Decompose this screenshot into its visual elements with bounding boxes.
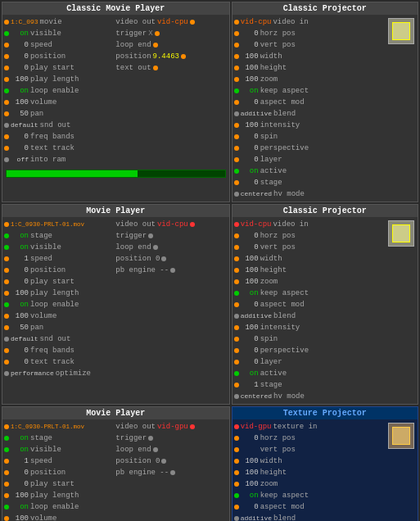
mp3-video-out[interactable]: video out vid-gpu — [115, 421, 227, 432]
cp2-vert[interactable]: 0 vert pos — [234, 242, 386, 252]
param-play-start[interactable]: 0 play start — [4, 62, 115, 73]
cp2-height[interactable]: 100 height — [234, 265, 386, 275]
mp2-visible[interactable]: on visible — [4, 242, 115, 252]
cp1-layer[interactable]: 0 layer — [234, 154, 386, 165]
mp2-pb-engine[interactable]: pb engine -- — [115, 265, 227, 275]
param-loop-enable[interactable]: on loop enable — [4, 85, 115, 96]
tp-horz[interactable]: 0 horz pos — [234, 433, 386, 443]
cp1-active[interactable]: on active — [234, 165, 386, 176]
tp-asp-mod[interactable]: 0 aspect mod — [234, 501, 386, 512]
tp-height[interactable]: 100 height — [234, 467, 386, 478]
cp2-hvmode[interactable]: centered hv mode — [234, 391, 386, 401]
mp3-position[interactable]: 0 position — [4, 467, 115, 478]
cp1-video-in[interactable]: vid-cpu video in — [234, 16, 386, 27]
cp2-asp-mod[interactable]: 0 aspect mod — [234, 299, 386, 310]
tp-vert[interactable]: vert pos — [234, 444, 386, 455]
param-into-ram[interactable]: off into ram — [4, 154, 115, 165]
mp3-stage[interactable]: on stage — [4, 433, 115, 443]
cp2-zoom[interactable]: 100 zoom — [234, 276, 386, 287]
param-pos-out[interactable]: position 9.4463 — [115, 51, 227, 61]
tp-width[interactable]: 100 width — [234, 455, 386, 466]
mp3-play-length[interactable]: 100 play length — [4, 490, 115, 501]
cp2-keep-aspect[interactable]: on keep aspect — [234, 288, 386, 298]
param-text-track[interactable]: 0 text track — [4, 143, 115, 153]
param-pan[interactable]: 50 pan — [4, 108, 115, 119]
mp3-play-start[interactable]: 0 play start — [4, 478, 115, 489]
param-loop-end[interactable]: loop end — [115, 39, 227, 50]
param-freq-bands[interactable]: 0 freq bands — [4, 131, 115, 142]
mp2-optimize[interactable]: performance optimize — [4, 368, 115, 378]
cp1-horz-pos[interactable]: 0 horz pos — [234, 28, 386, 39]
tp-keep-aspect[interactable]: on keep aspect — [234, 490, 386, 501]
mp2-loop-end[interactable]: loop end — [115, 242, 227, 252]
param-speed[interactable]: 0 speed — [4, 39, 115, 50]
mp3-loop[interactable]: on loop enable — [4, 501, 115, 512]
mp2-freq[interactable]: 0 freq bands — [4, 345, 115, 356]
cp2-blend[interactable]: additive blend — [234, 310, 386, 321]
cp2-active[interactable]: on active — [234, 368, 386, 378]
cp1-intensity[interactable]: 100 intensity — [234, 120, 386, 130]
cp2-width[interactable]: 100 width — [234, 253, 386, 264]
tp-texture-in[interactable]: vid-gpu texture in — [234, 421, 386, 432]
param-video-out[interactable]: video out vid-cpu — [115, 16, 227, 27]
mp2-play-length[interactable]: 100 play length — [4, 288, 115, 298]
cp1-blend[interactable]: additive blend — [234, 108, 386, 119]
mp3-pos-0[interactable]: position 0 — [115, 455, 227, 466]
cp2-horz[interactable]: 0 horz pos — [234, 230, 386, 241]
mp2-movie[interactable]: 1:C_0930-PRLT-01.mov — [4, 219, 115, 229]
mp2-play-start[interactable]: 0 play start — [4, 276, 115, 287]
cp2-video-in[interactable]: vid-cpu video in — [234, 219, 386, 229]
mp2-position[interactable]: 0 position — [4, 265, 115, 275]
param-snd-out[interactable]: default snd out — [4, 120, 115, 130]
cp1-hvmode[interactable]: centered hv mode — [234, 188, 386, 199]
param-position[interactable]: 0 position — [4, 51, 115, 61]
mp3-speed[interactable]: 1 speed — [4, 455, 115, 466]
mp2-speed[interactable]: 1 speed — [4, 253, 115, 264]
cp2-lbl-am: aspect mod — [260, 301, 305, 309]
cp1-zoom[interactable]: 100 zoom — [234, 74, 386, 84]
mp3-volume[interactable]: 100 volume — [4, 513, 115, 521]
mp3-lbl-pl: play length — [30, 492, 79, 500]
mp2-left: 1:C_0930-PRLT-01.mov on stage on visible — [4, 219, 115, 379]
param-trigger[interactable]: trigger X — [115, 28, 227, 39]
mp2-pos-0[interactable]: position 0 — [115, 253, 227, 264]
mp2-video-out[interactable]: video out vid-cpu — [115, 219, 227, 229]
mp2-snd[interactable]: default snd out — [4, 333, 115, 344]
tp-blend[interactable]: additive blend — [234, 513, 386, 521]
mp3-movie[interactable]: 1:C_0930-PRLT-01.mov — [4, 421, 115, 432]
mp3-pb-engine[interactable]: pb engine -- — [115, 467, 227, 478]
param-visible[interactable]: on visible — [4, 28, 115, 39]
cp1-keep-aspect[interactable]: on keep aspect — [234, 85, 386, 96]
cp2-intensity[interactable]: 100 intensity — [234, 322, 386, 333]
cp2-stage[interactable]: 1 stage — [234, 379, 386, 390]
cp1-dot-blend — [234, 111, 239, 116]
cp1-perspective[interactable]: 0 perspective — [234, 143, 386, 153]
tp-val-w: 100 — [241, 457, 259, 465]
progress-bar-container[interactable] — [2, 167, 229, 180]
cp1-stage[interactable]: 0 stage — [234, 177, 386, 188]
cp2-dot-persp — [234, 348, 239, 353]
param-text-out[interactable]: text out — [115, 62, 227, 73]
param-play-length[interactable]: 100 play length — [4, 74, 115, 84]
cp2-spin[interactable]: 0 spin — [234, 333, 386, 344]
mp3-loop-end[interactable]: loop end — [115, 444, 227, 455]
mp2-pan[interactable]: 50 pan — [4, 322, 115, 333]
mp3-visible[interactable]: on visible — [4, 444, 115, 455]
cp1-spin[interactable]: 0 spin — [234, 131, 386, 142]
param-movie[interactable]: 1:C_093 movie — [4, 16, 115, 27]
cp2-layer[interactable]: 0 layer — [234, 356, 386, 367]
cp1-aspect-mod[interactable]: 0 aspect mod — [234, 97, 386, 107]
mp2-loop[interactable]: on loop enable — [4, 299, 115, 310]
cp2-lbl-vert: vert pos — [260, 243, 296, 251]
mp2-text-track[interactable]: 0 text track — [4, 356, 115, 367]
cp1-width[interactable]: 100 width — [234, 51, 386, 61]
mp2-trigger[interactable]: trigger — [115, 230, 227, 241]
cp1-height[interactable]: 100 height — [234, 62, 386, 73]
param-volume[interactable]: 100 volume — [4, 97, 115, 107]
cp2-perspective[interactable]: 0 perspective — [234, 345, 386, 356]
mp2-volume[interactable]: 100 volume — [4, 310, 115, 321]
cp1-vert-pos[interactable]: 0 vert pos — [234, 39, 386, 50]
mp2-stage[interactable]: on stage — [4, 230, 115, 241]
tp-zoom[interactable]: 100 zoom — [234, 478, 386, 489]
mp3-trigger[interactable]: trigger — [115, 433, 227, 443]
